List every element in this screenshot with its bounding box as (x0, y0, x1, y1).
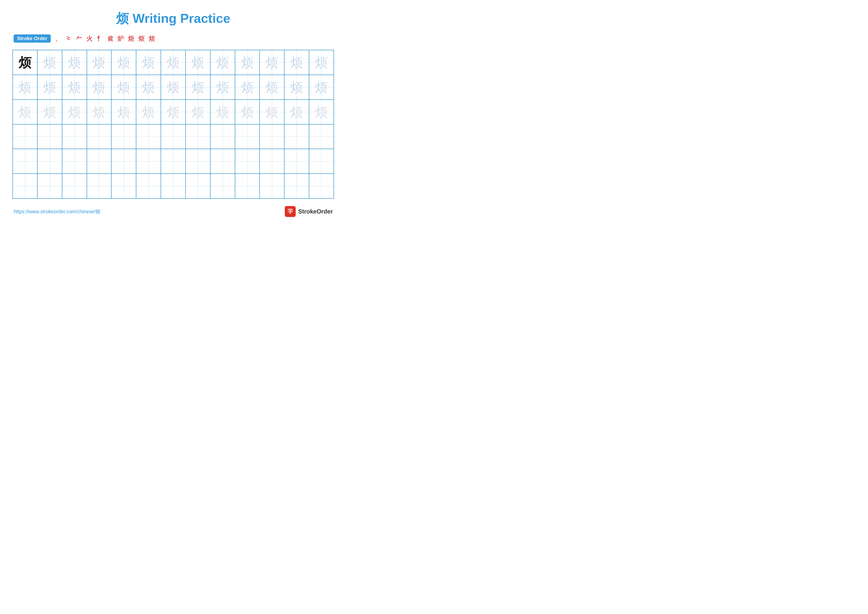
footer-url[interactable]: https://www.strokeorder.com/chinese/烦 (14, 208, 101, 215)
grid-cell-r4-c6[interactable] (136, 124, 161, 149)
footer-logo-icon: 字 (285, 206, 296, 217)
grid-cell-r5-c3[interactable] (62, 149, 87, 174)
stroke-step-3: 𠂉 (76, 35, 82, 42)
stroke-step-5: 忄 (97, 34, 103, 43)
stroke-steps: 、 ⺀ 𠂉 火 忄 㷃 炉 烦 烦 烦 (55, 34, 155, 43)
grid-cell-r1-c3: 烦 (62, 50, 87, 75)
grid-cell-r5-c6[interactable] (136, 149, 161, 174)
grid-cell-r5-c13[interactable] (309, 149, 334, 174)
grid-cell-r6-c3[interactable] (62, 174, 87, 198)
grid-cell-r1-c8: 烦 (186, 50, 210, 75)
grid-cell-r6-c9[interactable] (210, 174, 235, 198)
grid-cell-r4-c4[interactable] (87, 124, 112, 149)
grid-cell-r3-c10: 烦 (235, 99, 260, 124)
grid-cell-r6-c8[interactable] (186, 174, 210, 198)
grid-cell-r1-c6: 烦 (136, 50, 161, 75)
grid-cell-r2-c7: 烦 (161, 75, 186, 99)
grid-cell-r1-c10: 烦 (235, 50, 260, 75)
grid-cell-r5-c11[interactable] (260, 149, 284, 174)
grid-cell-r3-c2: 烦 (37, 99, 62, 124)
grid-cell-r2-c9: 烦 (210, 75, 235, 99)
stroke-step-6: 㷃 (107, 34, 113, 43)
grid-cell-r6-c2[interactable] (37, 174, 62, 198)
grid-cell-r5-c1[interactable] (12, 149, 37, 174)
grid-row-2: 烦 烦 烦 烦 烦 烦 烦 烦 烦 烦 烦 烦 烦 (12, 75, 334, 99)
grid-cell-r3-c11: 烦 (260, 99, 284, 124)
grid-cell-r6-c7[interactable] (161, 174, 186, 198)
grid-row-4 (12, 124, 334, 149)
grid-cell-r2-c6: 烦 (136, 75, 161, 99)
grid-cell-r3-c8: 烦 (186, 99, 210, 124)
grid-cell-r5-c10[interactable] (235, 149, 260, 174)
grid-cell-r1-c2: 烦 (37, 50, 62, 75)
grid-cell-r3-c9: 烦 (210, 99, 235, 124)
grid-row-1: 烦 烦 烦 烦 烦 烦 烦 烦 烦 烦 烦 烦 烦 (12, 50, 334, 75)
grid-cell-r1-c11: 烦 (260, 50, 284, 75)
grid-cell-r4-c8[interactable] (186, 124, 210, 149)
stroke-step-8: 烦 (128, 34, 134, 43)
grid-cell-r4-c7[interactable] (161, 124, 186, 149)
grid-cell-r4-c12[interactable] (284, 124, 309, 149)
grid-cell-r5-c2[interactable] (37, 149, 62, 174)
grid-cell-r6-c12[interactable] (284, 174, 309, 198)
grid-cell-r1-c9: 烦 (210, 50, 235, 75)
grid-cell-r3-c4: 烦 (87, 99, 112, 124)
grid-cell-r5-c12[interactable] (284, 149, 309, 174)
grid-row-3: 烦 烦 烦 烦 烦 烦 烦 烦 烦 烦 烦 烦 烦 (12, 99, 334, 124)
grid-cell-r2-c8: 烦 (186, 75, 210, 99)
grid-cell-r5-c5[interactable] (112, 149, 136, 174)
grid-cell-r2-c12: 烦 (284, 75, 309, 99)
grid-cell-r5-c9[interactable] (210, 149, 235, 174)
grid-cell-r1-c12: 烦 (284, 50, 309, 75)
grid-cell-r2-c13: 烦 (309, 75, 334, 99)
grid-cell-r3-c6: 烦 (136, 99, 161, 124)
grid-cell-r6-c4[interactable] (87, 174, 112, 198)
stroke-step-2: ⺀ (65, 34, 72, 43)
grid-cell-r4-c10[interactable] (235, 124, 260, 149)
grid-cell-r3-c7: 烦 (161, 99, 186, 124)
grid-row-5 (12, 149, 334, 174)
grid-cell-r1-c5: 烦 (112, 50, 136, 75)
footer-logo-text: StrokeOrder (298, 208, 333, 215)
grid-cell-r6-c10[interactable] (235, 174, 260, 198)
grid-cell-r6-c13[interactable] (309, 174, 334, 198)
grid-cell-r3-c13: 烦 (309, 99, 334, 124)
grid-cell-r2-c10: 烦 (235, 75, 260, 99)
grid-cell-r4-c1[interactable] (12, 124, 37, 149)
grid-cell-r2-c11: 烦 (260, 75, 284, 99)
grid-cell-r1-c7: 烦 (161, 50, 186, 75)
grid-cell-r5-c7[interactable] (161, 149, 186, 174)
grid-cell-r1-c4: 烦 (87, 50, 112, 75)
grid-cell-r6-c11[interactable] (260, 174, 284, 198)
grid-cell-r4-c11[interactable] (260, 124, 284, 149)
grid-cell-r4-c2[interactable] (37, 124, 62, 149)
grid-cell-r2-c3: 烦 (62, 75, 87, 99)
stroke-order-row: Stroke Order 、 ⺀ 𠂉 火 忄 㷃 炉 烦 烦 烦 (12, 34, 334, 43)
stroke-step-9: 烦 (138, 34, 145, 43)
grid-cell-r6-c5[interactable] (112, 174, 136, 198)
grid-cell-r2-c5: 烦 (112, 75, 136, 99)
grid-cell-r5-c8[interactable] (186, 149, 210, 174)
grid-cell-r3-c5: 烦 (112, 99, 136, 124)
grid-cell-r3-c12: 烦 (284, 99, 309, 124)
grid-cell-r4-c9[interactable] (210, 124, 235, 149)
grid-row-6 (12, 174, 334, 198)
practice-grid: 烦 烦 烦 烦 烦 烦 烦 烦 烦 烦 烦 烦 烦 烦 烦 烦 烦 烦 烦 烦 … (12, 50, 334, 199)
grid-cell-r3-c1: 烦 (12, 99, 37, 124)
stroke-step-4: 火 (86, 34, 93, 43)
grid-cell-r2-c4: 烦 (87, 75, 112, 99)
grid-cell-r6-c1[interactable] (12, 174, 37, 198)
grid-cell-r4-c5[interactable] (112, 124, 136, 149)
grid-cell-r1-c1: 烦 (12, 50, 37, 75)
stroke-step-1: 、 (55, 34, 62, 43)
grid-cell-r6-c6[interactable] (136, 174, 161, 198)
grid-cell-r4-c3[interactable] (62, 124, 87, 149)
grid-cell-r5-c4[interactable] (87, 149, 112, 174)
grid-cell-r2-c2: 烦 (37, 75, 62, 99)
grid-cell-r4-c13[interactable] (309, 124, 334, 149)
grid-cell-r3-c3: 烦 (62, 99, 87, 124)
page-title: 烦 Writing Practice (12, 10, 334, 27)
stroke-order-badge: Stroke Order (14, 34, 51, 43)
grid-cell-r2-c1: 烦 (12, 75, 37, 99)
footer: https://www.strokeorder.com/chinese/烦 字 … (12, 206, 334, 217)
